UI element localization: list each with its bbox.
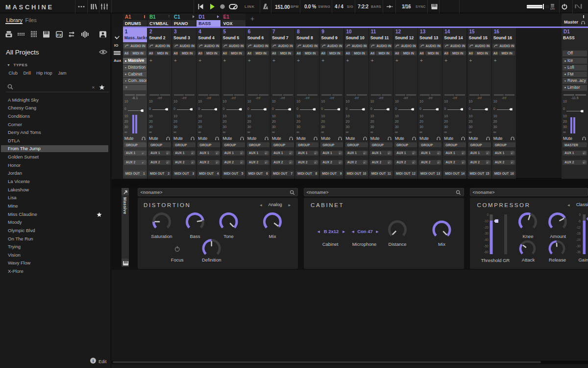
svg-text:CPU: CPU bbox=[550, 8, 555, 10]
svg-text:FX: FX bbox=[57, 32, 62, 37]
